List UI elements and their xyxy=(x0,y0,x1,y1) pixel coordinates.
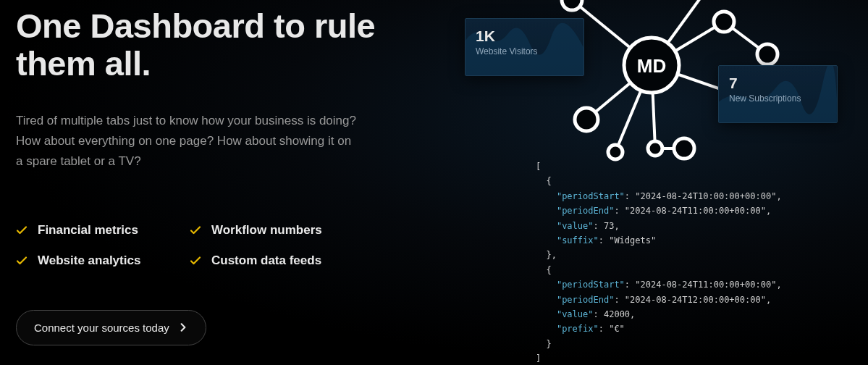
stat-value: 1K xyxy=(476,28,573,45)
feature-item: Website analytics xyxy=(16,253,190,268)
chevron-right-icon xyxy=(178,322,188,332)
svg-point-13 xyxy=(648,141,662,156)
cta-label: Connect your sources today xyxy=(34,322,169,334)
feature-label: Financial metrics xyxy=(38,223,138,238)
svg-point-11 xyxy=(575,108,598,131)
check-icon xyxy=(190,255,201,267)
feature-label: Workflow numbers xyxy=(211,223,322,238)
stat-label: Website Visitors xyxy=(476,46,573,56)
svg-point-12 xyxy=(608,145,623,159)
check-icon xyxy=(190,225,201,236)
feature-list: Financial metrics Workflow numbers Websi… xyxy=(16,223,407,268)
feature-label: Custom data feeds xyxy=(211,253,321,268)
svg-point-14 xyxy=(674,138,694,159)
feature-item: Custom data feeds xyxy=(190,253,363,268)
logo-text: MD xyxy=(637,55,666,77)
stat-label: New Subscriptions xyxy=(729,93,827,104)
code-sample: [ { "periodStart": "2024-08-24T10:00:00+… xyxy=(536,159,825,365)
stat-value: 7 xyxy=(729,75,827,92)
feature-item: Financial metrics xyxy=(16,223,190,238)
hero-visualization: MD 1K Website Visitors 7 New Subscriptio… xyxy=(434,0,868,365)
hero-description: Tired of multiple tabs just to know how … xyxy=(16,111,356,172)
svg-point-16 xyxy=(757,44,778,64)
svg-point-15 xyxy=(714,12,734,32)
feature-label: Website analytics xyxy=(38,253,140,268)
feature-item: Workflow numbers xyxy=(190,223,363,238)
check-icon xyxy=(16,255,28,267)
stat-card-subscriptions: 7 New Subscriptions xyxy=(718,65,838,123)
svg-point-10 xyxy=(562,0,582,10)
check-icon xyxy=(16,225,28,236)
stat-card-visitors: 1K Website Visitors xyxy=(465,18,584,76)
hero-title: One Dashboard to rule them all. xyxy=(16,7,407,82)
connect-sources-button[interactable]: Connect your sources today xyxy=(16,310,206,345)
